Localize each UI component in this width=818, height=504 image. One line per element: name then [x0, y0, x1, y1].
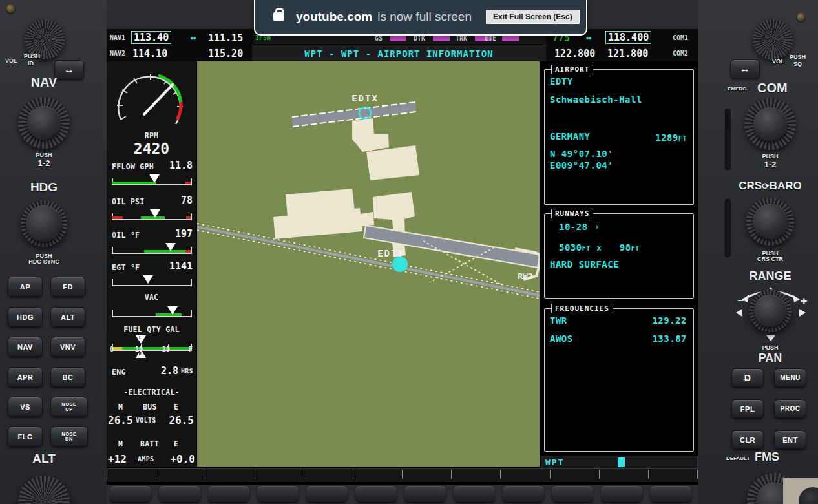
fd-button[interactable]: FD	[50, 277, 85, 297]
com-12-label: 1-2	[748, 160, 792, 169]
runways-box: RUNWAYS 10-28 › 5030FT x 98FT HARD SURFA…	[544, 213, 694, 299]
softkey-button[interactable]	[503, 486, 544, 502]
svg-text:+: +	[801, 295, 808, 308]
nav2-standby-freq[interactable]: 115.20	[208, 48, 243, 59]
softkey-label[interactable]	[452, 470, 501, 479]
nav-tune-knob[interactable]	[18, 97, 70, 149]
nav-tune-inner-knob[interactable]	[27, 106, 61, 140]
nav-transfer-icon[interactable]: ↔	[191, 32, 196, 43]
com-tune-inner-knob[interactable]	[753, 107, 787, 141]
nav2-active-freq[interactable]: 114.10	[132, 48, 167, 59]
com-push-label: PUSH	[790, 54, 806, 60]
vnv-button[interactable]: VNV	[50, 337, 85, 357]
direct-to-button[interactable]: D →	[731, 368, 764, 387]
exit-fullscreen-button[interactable]: Exit Full Screen (Esc)	[486, 10, 580, 24]
screw-icon	[797, 13, 805, 21]
flc-button[interactable]: FLC	[8, 426, 43, 446]
fpl-button[interactable]: FPL	[731, 399, 764, 418]
softkey-button[interactable]	[306, 486, 348, 502]
com-transfer-button[interactable]: ↔	[730, 59, 760, 79]
amps-label: AMPS	[138, 456, 154, 463]
com-transfer-icon[interactable]: ↔	[586, 32, 591, 43]
softkey-label[interactable]	[205, 470, 255, 479]
nav1-active-freq[interactable]: 113.40	[131, 31, 171, 44]
softkey-button[interactable]	[110, 486, 151, 502]
com-volume-knob[interactable]	[753, 19, 793, 59]
push-pan-label: PUSHPAN	[744, 341, 796, 364]
bezel-slot	[725, 109, 731, 170]
softkey-label[interactable]	[649, 470, 698, 479]
com1-active-freq[interactable]: 118.400	[605, 31, 651, 44]
softkey-label[interactable]	[107, 470, 156, 479]
airport-map[interactable]: EDTX EDTY RW2	[197, 61, 540, 467]
crs-baro-knob[interactable]	[746, 198, 794, 246]
fuel-gauge: L R	[112, 335, 192, 351]
airport-elevation: 1289	[655, 132, 678, 143]
hdg-button[interactable]: HDG	[8, 307, 43, 327]
menu-button[interactable]: MENU	[774, 368, 806, 387]
clr-button[interactable]: CLR	[731, 430, 764, 449]
transfer-arrow-icon: ↔	[64, 64, 75, 76]
nose-up-button[interactable]: NOSE UP	[50, 397, 88, 417]
softkey-label[interactable]	[600, 470, 649, 479]
notification-message: is now full screen	[377, 10, 472, 24]
softkey-button[interactable]	[208, 486, 249, 502]
ap-button[interactable]: AP	[8, 277, 43, 297]
nose-dn-button[interactable]: NOSE DN	[50, 426, 88, 446]
nav-button[interactable]: NAV	[8, 337, 43, 357]
com-tune-knob[interactable]	[744, 98, 796, 150]
softkey-button[interactable]	[650, 486, 691, 502]
transfer-arrow-icon: ↔	[740, 63, 751, 75]
apr-button[interactable]: APR	[8, 367, 43, 387]
airport-name: Schwaebisch-Hall	[550, 94, 642, 105]
softkey-label[interactable]	[255, 470, 304, 479]
volts-e-value: 26.5	[169, 414, 194, 426]
default-label: DEFAULT	[726, 456, 750, 461]
nav-12-label: 1-2	[22, 159, 66, 168]
softkey-label[interactable]	[403, 470, 452, 479]
airport-lon: E009°47.04'	[550, 160, 613, 171]
softkey-button[interactable]	[552, 486, 593, 502]
softkey-label-row	[107, 468, 698, 482]
vs-button[interactable]: VS	[8, 397, 43, 417]
chevron-right-icon[interactable]: ›	[594, 220, 600, 233]
nav1-standby-freq[interactable]: 111.15	[208, 32, 243, 44]
alt-button[interactable]: ALT	[50, 307, 85, 327]
rpm-label: RPM	[107, 131, 196, 140]
softkey-button[interactable]	[404, 486, 446, 502]
runways-box-title: RUNWAYS	[551, 209, 593, 218]
bus-e-label: E	[174, 403, 178, 412]
range-label: RANGE	[744, 270, 796, 282]
nav-push-label: PUSH	[24, 54, 40, 59]
com2-active-freq[interactable]: 121.800	[607, 48, 648, 59]
range-joystick[interactable]	[749, 289, 792, 332]
fuel-left-pointer-label: L	[139, 335, 142, 341]
bc-button[interactable]: BC	[50, 367, 85, 387]
com-vol-label: VOL	[772, 59, 784, 65]
runway-ident[interactable]: 10-28	[559, 222, 588, 232]
wpt-status-bar: WPT	[541, 456, 698, 470]
softkey-button[interactable]	[257, 486, 299, 502]
hdg-knob[interactable]	[21, 200, 67, 247]
ent-button[interactable]: ENT	[774, 430, 806, 449]
softkey-label[interactable]	[304, 470, 353, 479]
softkey-button[interactable]	[601, 486, 642, 502]
com2-standby-freq[interactable]: 122.800	[554, 48, 595, 59]
proc-button[interactable]: PROC	[774, 399, 806, 418]
softkey-button[interactable]	[159, 486, 200, 502]
freq-name: TWR	[550, 315, 567, 326]
softkey-label[interactable]	[551, 470, 600, 479]
softkey-label[interactable]	[353, 470, 403, 479]
fuel-right-pointer-label: R	[139, 352, 142, 357]
alt-knob-label: ALT	[22, 452, 66, 465]
emerg-label: EMERG	[728, 87, 746, 92]
runway-width: 98	[620, 242, 631, 253]
softkey-label[interactable]	[501, 470, 550, 479]
softkey-label[interactable]	[156, 470, 205, 479]
softkey-button[interactable]	[355, 486, 397, 502]
lock-icon	[273, 12, 284, 21]
bus-m-label: M	[118, 403, 123, 412]
gs-label: GS	[375, 35, 383, 42]
airport-elevation-unit: FT	[678, 135, 687, 142]
softkey-button[interactable]	[454, 486, 495, 502]
